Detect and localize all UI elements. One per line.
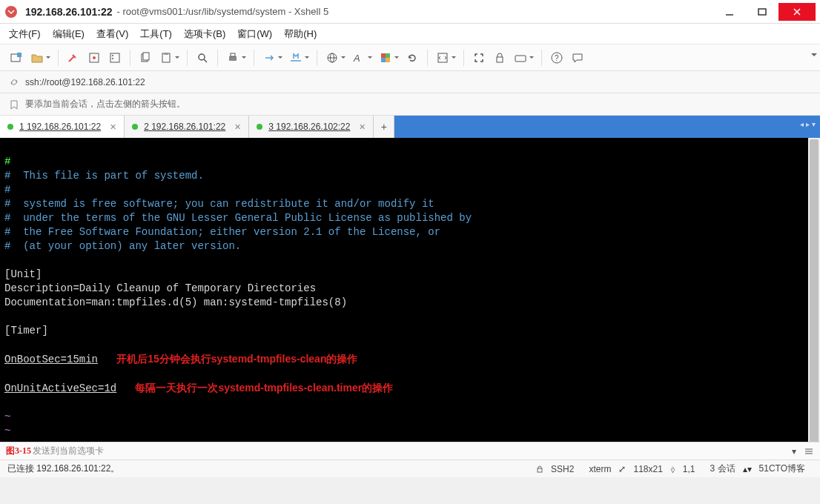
font-icon[interactable]: A (350, 49, 368, 67)
tab-close-icon[interactable]: ✕ (234, 122, 241, 132)
toolbar-expand-icon[interactable] (811, 53, 817, 59)
terminal-line (4, 310, 816, 324)
terminal-line: # the Free Software Foundation; either v… (4, 225, 816, 239)
app-icon (4, 5, 18, 19)
svg-rect-6 (17, 53, 22, 57)
terminal[interactable]: ## This file is part of systemd.## syste… (0, 138, 820, 442)
sessions-down-icon[interactable]: ▾ (747, 464, 752, 474)
status-dot-icon (257, 124, 262, 130)
annotation-onboot: 开机后15分钟会执行systemd-tmpfiles-clean的操作 (116, 353, 357, 365)
address-text[interactable]: ssh://root@192.168.26.101:22 (25, 77, 145, 87)
window-subtitle: - root@vms001:/usr/lib/systemd/system - … (117, 6, 329, 17)
session-tab-1[interactable]: 1 192.168.26.101:22 ✕ (0, 116, 125, 138)
svg-point-8 (93, 56, 96, 59)
svg-rect-13 (143, 53, 149, 60)
menu-file[interactable]: 文件(F) (9, 27, 41, 41)
chat-icon[interactable] (569, 49, 586, 67)
status-dot-icon (132, 124, 138, 130)
window-title: 192.168.26.101:22 (25, 6, 113, 18)
menu-tools[interactable]: 工具(T) (140, 27, 172, 41)
globe-icon[interactable] (323, 49, 341, 67)
tab-nav[interactable]: ◂ ▸ ▾ (800, 120, 816, 128)
status-bar: 已连接 192.168.26.101:22。 SSH2 xterm ⤢ 118x… (0, 460, 820, 477)
search-icon[interactable] (194, 49, 211, 67)
link-icon (9, 77, 19, 87)
svg-point-10 (112, 55, 113, 56)
svg-rect-24 (381, 53, 386, 58)
status-dot-icon (7, 124, 13, 130)
status-sessions: 3 会话 (710, 462, 735, 475)
new-tab-button[interactable]: + (374, 116, 394, 138)
toolbar-separator (427, 50, 428, 66)
terminal-line: # (4, 183, 816, 197)
svg-text:A: A (353, 53, 360, 64)
tab-close-icon[interactable]: ✕ (359, 122, 366, 132)
svg-rect-15 (164, 53, 168, 55)
color-icon[interactable] (377, 49, 394, 67)
toolbar-separator (463, 50, 464, 66)
title-bar: 192.168.26.101:22 - root@vms001:/usr/lib… (0, 0, 820, 24)
svg-point-0 (5, 6, 17, 18)
svg-rect-25 (386, 53, 390, 58)
transfer-icon[interactable] (260, 49, 278, 67)
open-folder-icon[interactable] (28, 49, 46, 67)
svg-rect-30 (515, 56, 526, 62)
bookmark-icon[interactable] (9, 99, 19, 110)
svg-rect-27 (386, 58, 390, 62)
session-tab-3[interactable]: 3 192.168.26.102:22 ✕ (249, 116, 374, 138)
lock-small-icon (536, 465, 543, 473)
menu-window[interactable]: 窗口(W) (237, 27, 272, 41)
svg-point-16 (199, 54, 205, 60)
menu-help[interactable]: 帮助(H) (284, 27, 317, 41)
svg-rect-19 (231, 53, 235, 56)
refresh-icon[interactable] (403, 49, 421, 67)
keyboard-icon[interactable] (512, 49, 529, 67)
session-tab-2[interactable]: 2 192.168.26.101:22 ✕ (125, 116, 249, 138)
toolbar-separator (187, 50, 188, 66)
scrollbar[interactable] (808, 138, 820, 442)
terminal-line: # under the terms of the GNU Lesser Gene… (4, 211, 816, 225)
vim-tilde: ~ (4, 410, 816, 424)
send-bar[interactable]: 图3-15 发送到当前选项卡 ▾ (0, 442, 820, 460)
pos-icon: ⎀ (670, 464, 675, 474)
paste-icon[interactable] (157, 49, 175, 67)
script-icon[interactable] (434, 49, 452, 67)
vim-tilde: ~ (4, 424, 816, 438)
connect-icon[interactable] (65, 49, 82, 67)
toolbar-separator (130, 50, 130, 66)
toolbar-separator (317, 50, 317, 66)
menu-tabs[interactable]: 选项卡(B) (184, 27, 225, 41)
svg-rect-28 (438, 53, 447, 62)
send-menu-icon[interactable] (804, 446, 814, 457)
svg-rect-29 (497, 57, 503, 62)
svg-rect-26 (381, 58, 386, 62)
terminal-line: # systemd is free software; you can redi… (4, 197, 816, 211)
terminal-line: # (at your option) any later version. (4, 239, 816, 253)
copy-icon[interactable] (136, 49, 154, 67)
fullscreen-icon[interactable] (470, 49, 488, 67)
lock-icon[interactable] (491, 49, 509, 67)
hint-bar: 要添加当前会话，点击左侧的箭头按钮。 (0, 93, 820, 116)
menu-view[interactable]: 查看(V) (96, 27, 128, 41)
toolbar-separator (217, 50, 218, 66)
help-icon[interactable]: ? (548, 49, 566, 67)
svg-point-11 (112, 58, 113, 59)
maximize-button[interactable] (746, 3, 778, 21)
menu-edit[interactable]: 编辑(E) (53, 27, 85, 41)
properties-icon[interactable] (106, 49, 124, 67)
close-button[interactable] (778, 3, 816, 21)
toolbar-separator (541, 50, 542, 66)
tab-close-icon[interactable]: ✕ (110, 122, 116, 132)
send-dropdown-icon[interactable]: ▾ (792, 446, 796, 457)
print-icon[interactable] (224, 49, 242, 67)
disconnect-icon[interactable] (85, 49, 103, 67)
send-hint: 发送到当前选项卡 (33, 445, 104, 457)
minimize-button[interactable] (713, 3, 746, 21)
size-icon: ⤢ (618, 464, 626, 474)
new-session-icon[interactable] (7, 49, 25, 67)
figure-label: 图3-15 (6, 445, 31, 457)
xftp-icon[interactable] (287, 49, 305, 67)
menu-bar: 文件(F) 编辑(E) 查看(V) 工具(T) 选项卡(B) 窗口(W) 帮助(… (0, 24, 820, 44)
terminal-line: # (4, 155, 816, 169)
toolbar: A ? (0, 44, 820, 71)
